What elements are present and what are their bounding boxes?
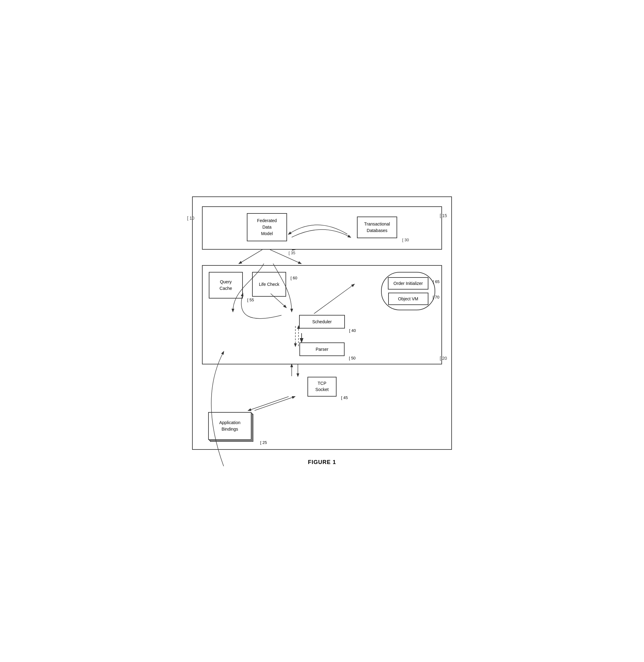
mid-arrows-svg — [209, 333, 435, 342]
query-cache-box: Query Cache [ 55 — [209, 272, 243, 298]
transactional-box: Transactional Databases [ 30 — [357, 216, 397, 238]
parser-box: Parser [ 50 — [299, 342, 344, 356]
tcp-app-arrows-svg — [202, 396, 442, 412]
label-60: [ 60 — [291, 275, 297, 281]
top-arrows-svg: [ 35 — [202, 250, 442, 265]
svg-line-1 — [270, 250, 301, 264]
application-bindings-box: Application Bindings — [208, 412, 251, 440]
label-10: [ 10 — [187, 215, 194, 221]
svg-line-11 — [255, 396, 295, 411]
top-group-box: Federated Data Model Transactional Datab… — [202, 206, 442, 250]
label-25: [ 25 — [260, 440, 267, 445]
label-65: [ 65 — [433, 279, 440, 284]
federated-box: Federated Data Model — [247, 213, 287, 241]
svg-line-0 — [239, 250, 262, 264]
page-container: [ 10 Federated Data Model Transactional … — [183, 187, 461, 475]
label-30: [ 30 — [402, 237, 409, 243]
object-vm-box: Object VM [ 70 — [388, 293, 429, 305]
life-check-box: Life Check [ 60 — [252, 272, 286, 297]
tcp-socket-box: TCP Socket [ 45 — [307, 377, 337, 396]
parser-tcp-arrows-svg — [202, 364, 442, 377]
figure-caption: FIGURE 1 — [192, 459, 452, 465]
label-40: [ 40 — [349, 328, 356, 333]
svg-text:[ 35: [ 35 — [289, 251, 295, 255]
scheduler-box: Scheduler [ 40 — [299, 315, 345, 328]
label-50: [ 50 — [349, 356, 356, 360]
label-55: [ 55 — [247, 297, 254, 303]
label-15: [ 15 — [440, 213, 447, 218]
svg-line-10 — [248, 396, 289, 411]
label-70: [ 70 — [433, 295, 440, 299]
main-system-box: [ 20 Query Cache [ 55 Life Check [ 60 — [202, 265, 442, 364]
order-initializer-box: Order Initializer [ 65 — [388, 277, 429, 290]
label-20: [ 20 — [440, 356, 447, 361]
